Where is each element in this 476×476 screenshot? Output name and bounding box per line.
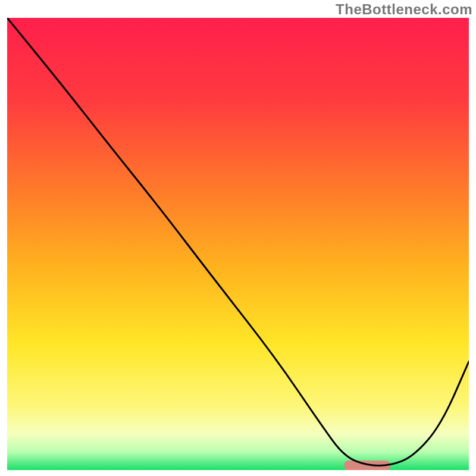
gradient-background <box>7 18 469 470</box>
bottleneck-chart <box>7 18 469 470</box>
watermark-text: TheBottleneck.com <box>336 1 472 18</box>
chart-svg <box>7 18 469 470</box>
chart-stage: TheBottleneck.com <box>0 0 476 476</box>
